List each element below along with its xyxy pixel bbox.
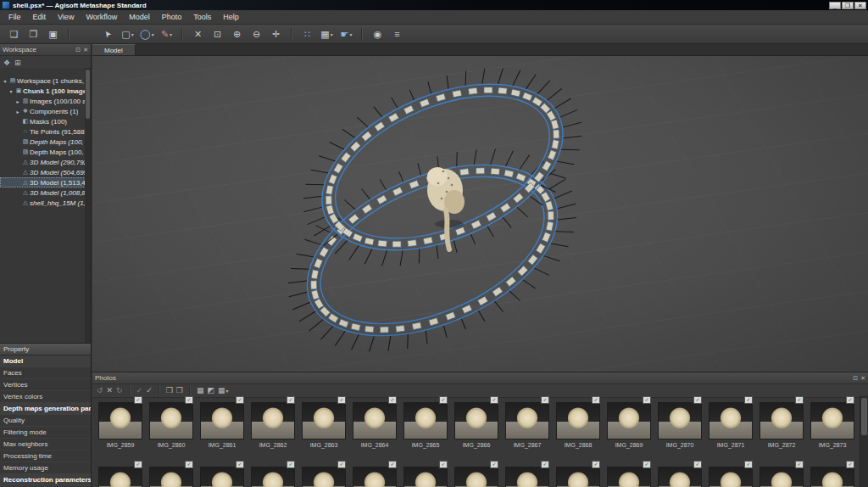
expander-icon[interactable]: ▾	[2, 78, 8, 84]
photo-thumbnail[interactable]: ✓ IMG_2867	[502, 396, 553, 459]
rotate-object-button[interactable]: ☛▾	[337, 26, 356, 42]
tree-item-depth-maps-2[interactable]: ▨ Depth Maps (100, High quality)	[0, 147, 91, 157]
photo-thumbnail[interactable]: ✓	[756, 461, 807, 487]
tree-item-components[interactable]: ▸ ❖ Components (1)	[0, 106, 91, 116]
photo-thumbnail[interactable]: ✓	[502, 461, 553, 487]
thumbnails-button[interactable]: ▦	[197, 387, 204, 395]
prop-section-reconstruction-params[interactable]: Reconstruction parameters	[0, 474, 91, 486]
photos-scrollbar[interactable]	[860, 396, 868, 487]
prop-row-filtering-mode[interactable]: Filtering mode	[0, 427, 91, 439]
photo-thumbnail[interactable]: ✓ IMG_2864	[349, 396, 400, 459]
photo-thumbnail[interactable]: ✓	[807, 461, 858, 487]
menu-workflow[interactable]: Workflow	[80, 11, 123, 23]
photo-thumbnail[interactable]: ✓ IMG_2859	[95, 396, 146, 459]
photo-thumbnail[interactable]: ✓ IMG_2869	[604, 396, 654, 459]
add-photos-button[interactable]: ⊞	[14, 59, 21, 67]
palette-button[interactable]: ◩	[207, 387, 214, 395]
tree-item-depth-maps-1[interactable]: ▨ Depth Maps (100, High quality)	[0, 137, 91, 147]
photo-thumbnail[interactable]: ✓ IMG_2863	[298, 396, 349, 459]
photo-thumbnail[interactable]: ✓ IMG_2872	[756, 396, 807, 459]
photo-thumbnail[interactable]: ✓	[95, 461, 146, 487]
maximize-button[interactable]: ❐	[842, 2, 854, 9]
enable-photo-button[interactable]: ✓	[146, 387, 153, 395]
tree-item-tie-points[interactable]: ∴ Tie Points (91,588 points)	[0, 126, 91, 137]
expander-icon[interactable]: ▸	[14, 98, 21, 104]
workspace-close-button[interactable]: ✕	[83, 47, 88, 53]
prop-section-depth-maps-params[interactable]: Depth maps generation parameters	[0, 403, 91, 415]
scrollbar-thumb[interactable]	[861, 398, 867, 435]
minimize-button[interactable]: _	[829, 2, 841, 9]
capture-view-button[interactable]: ◉	[368, 26, 387, 42]
free-form-selection-button[interactable]: ✎▾	[157, 26, 176, 42]
prop-section-model[interactable]: Model	[0, 355, 91, 367]
prop-row-faces[interactable]: Faces	[0, 367, 91, 379]
open-folder-button[interactable]: ❒	[166, 387, 173, 395]
menu-view[interactable]: View	[52, 11, 80, 23]
tree-item-images[interactable]: ▸ ▥ Images (100/100 aligned)	[0, 96, 91, 106]
photo-thumbnail[interactable]: ✓ IMG_2873	[807, 396, 858, 459]
menu-help[interactable]: Help	[217, 11, 245, 23]
close-button[interactable]: ✕	[854, 2, 866, 9]
property-column-header[interactable]: Property	[0, 344, 91, 355]
photo-thumbnail[interactable]: ✓ IMG_2871	[705, 396, 756, 459]
expander-icon[interactable]: ▾	[8, 88, 14, 94]
menu-tools[interactable]: Tools	[187, 11, 217, 23]
photo-thumbnail[interactable]: ✓ IMG_2862	[248, 396, 298, 459]
prop-row-vertex-colors[interactable]: Vertex colors	[0, 391, 91, 403]
point-cloud-view-button[interactable]: ∷	[298, 26, 317, 42]
tree-item-3d-model-1[interactable]: △ 3D Model (290,792 faces, High quality)	[0, 157, 91, 167]
prop-row-quality[interactable]: Quality	[0, 415, 91, 427]
photo-thumbnail[interactable]: ✓	[349, 461, 400, 487]
tab-model[interactable]: Model	[92, 44, 136, 55]
photo-thumbnail[interactable]: ✓	[654, 461, 705, 487]
tree-item-3d-model-3[interactable]: △ 3D Model (1,513,437 faces, High qualit…	[0, 177, 91, 188]
prop-row-max-neighbors[interactable]: Max neighbors	[0, 439, 91, 451]
save-project-button[interactable]: ▣	[43, 26, 63, 42]
photos-float-button[interactable]: ⊡	[853, 375, 858, 382]
view-mode-button[interactable]: ▦▾	[218, 387, 229, 395]
model-viewport[interactable]	[92, 56, 868, 372]
photo-thumbnail[interactable]: ✓	[604, 461, 654, 487]
menu-photo[interactable]: Photo	[156, 11, 188, 23]
workspace-scrollbar[interactable]	[85, 68, 91, 343]
prop-row-processing-time[interactable]: Processing time	[0, 451, 91, 462]
photo-thumbnail[interactable]: ✓ IMG_2866	[451, 396, 502, 459]
crop-selection-button[interactable]: ⊡	[208, 26, 227, 42]
workspace-float-button[interactable]: ⊡	[75, 47, 81, 53]
menu-edit[interactable]: Edit	[27, 11, 53, 23]
add-chunk-button[interactable]: ❖	[3, 59, 10, 67]
photo-thumbnail[interactable]: ✓ IMG_2865	[400, 396, 451, 459]
open-project-button[interactable]: ❐	[24, 26, 43, 42]
tree-item-workspace[interactable]: ▾ ▤ Workspace (1 chunks, 100 images)	[0, 76, 91, 86]
remove-photo-button[interactable]: ✕	[107, 387, 114, 395]
rotate-left-button[interactable]: ↺	[97, 387, 103, 395]
photo-thumbnail[interactable]: ✓	[400, 461, 451, 487]
select-cursor-button[interactable]: ➤	[98, 26, 118, 42]
circle-selection-button[interactable]: ◯▾	[137, 26, 157, 42]
scrollbar-thumb[interactable]	[86, 70, 90, 119]
photo-thumbnail[interactable]: ✓	[451, 461, 502, 487]
menu-file[interactable]: File	[3, 11, 27, 23]
photos-close-button[interactable]: ✕	[860, 375, 865, 382]
prop-row-vertices[interactable]: Vertices	[0, 379, 91, 391]
photo-thumbnail[interactable]: ✓ IMG_2861	[197, 396, 248, 459]
photo-thumbnail[interactable]: ✓ IMG_2870	[654, 396, 705, 459]
expander-icon[interactable]: ▸	[14, 109, 21, 115]
photo-thumbnail[interactable]: ✓	[705, 461, 756, 487]
menu-model[interactable]: Model	[123, 11, 156, 23]
tree-item-3d-model-4[interactable]: △ 3D Model (1,008,870 faces, High qualit…	[0, 188, 91, 198]
delete-selection-button[interactable]: ✕	[188, 26, 208, 42]
navigation-button[interactable]: ✛	[266, 26, 286, 42]
tree-item-shell-model[interactable]: △ shell_hhq_15M (1,513,437 faces)	[0, 198, 91, 208]
photo-thumbnail[interactable]: ✓ IMG_2860	[146, 396, 197, 459]
show-info-button[interactable]: ≡	[387, 26, 407, 42]
photo-thumbnail[interactable]: ✓ IMG_2868	[553, 396, 604, 459]
zoom-in-button[interactable]: ⊕	[227, 26, 247, 42]
prop-row-memory-usage[interactable]: Memory usage	[0, 462, 91, 474]
tree-item-chunk[interactable]: ▾ ▣ Chunk 1 (100 images, 91,588 points)	[0, 86, 91, 96]
zoom-out-button[interactable]: ⊖	[247, 26, 266, 42]
photo-thumbnail[interactable]: ✓	[197, 461, 248, 487]
rectangle-selection-button[interactable]: ▢▾	[118, 26, 137, 42]
tree-item-3d-model-2[interactable]: △ 3D Model (504,699 faces, High quality)	[0, 167, 91, 177]
shaded-view-button[interactable]: ▦▾	[317, 26, 337, 42]
